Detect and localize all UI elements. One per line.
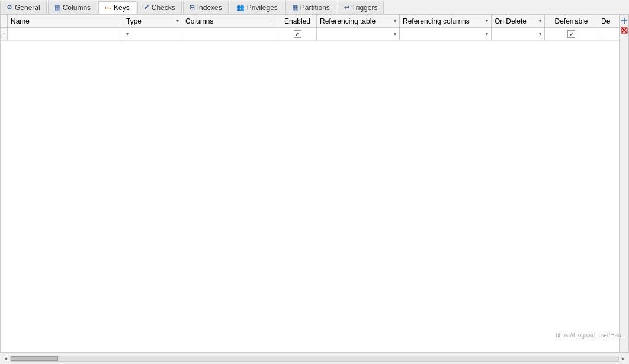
col-header-ref-table[interactable]: Referencing table ▾ xyxy=(317,15,400,27)
row-indicator-new: * xyxy=(1,28,8,40)
tab-partitions-label: Partitions xyxy=(300,4,330,12)
cell-ref-columns-new[interactable]: ▾ xyxy=(400,28,492,40)
col-columns-label: Columns xyxy=(185,17,213,25)
tab-triggers[interactable]: ↩ Triggers xyxy=(338,1,384,14)
columns-icon: ▦ xyxy=(54,4,60,11)
triggers-icon: ↩ xyxy=(344,4,349,11)
col-deferrable-label: Deferrable xyxy=(554,17,588,25)
cell-ref-table-new[interactable]: ▾ xyxy=(317,28,400,40)
scrollbar-thumb[interactable] xyxy=(11,356,58,361)
main-content: Name Type ▾ Columns ··· Enabled Referenc… xyxy=(0,14,629,352)
new-row-star: * xyxy=(2,31,5,38)
col-header-ref-columns[interactable]: Referencing columns ▾ xyxy=(400,15,492,27)
scrollbar-area: ◄ ► xyxy=(0,352,629,364)
on-delete-dropdown-arrow: ▾ xyxy=(539,18,541,24)
on-delete-cell-dropdown[interactable]: ▾ xyxy=(539,31,541,37)
checks-icon: ✔ xyxy=(144,4,149,11)
grid-header: Name Type ▾ Columns ··· Enabled Referenc… xyxy=(1,15,628,28)
tab-privileges-label: Privileges xyxy=(247,4,278,12)
row-indicator-header xyxy=(1,15,8,27)
cell-enabled-new[interactable]: ✔ xyxy=(278,28,317,40)
tab-checks[interactable]: ✔ Checks xyxy=(137,1,182,14)
tab-general[interactable]: ⚙ General xyxy=(0,1,47,14)
col-header-on-delete[interactable]: On Delete ▾ xyxy=(492,15,545,27)
watermark: https://blog.csdn.net/Han... xyxy=(556,332,626,339)
col-header-deferrable[interactable]: Deferrable xyxy=(545,15,598,27)
tab-columns-label: Columns xyxy=(63,4,91,12)
cell-type-new[interactable]: ▾ xyxy=(123,28,182,40)
new-row: * ▾ ✔ ▾ ▾ ▾ ✔ xyxy=(1,28,628,41)
indexes-icon: ⊞ xyxy=(190,4,195,11)
tab-indexes[interactable]: ⊞ Indexes xyxy=(183,1,229,14)
col-on-delete-label: On Delete xyxy=(495,17,527,25)
privileges-icon: 👥 xyxy=(236,4,245,11)
col-header-columns[interactable]: Columns ··· xyxy=(182,15,278,27)
tab-columns[interactable]: ▦ Columns xyxy=(48,1,97,14)
ref-table-dropdown-arrow: ▾ xyxy=(394,18,396,24)
col-name-label: Name xyxy=(11,17,30,25)
columns-dots[interactable]: ··· xyxy=(270,18,275,24)
cell-de-new[interactable] xyxy=(598,28,622,40)
tab-indexes-label: Indexes xyxy=(197,4,222,12)
scroll-left-arrow[interactable]: ◄ xyxy=(1,356,10,362)
col-ref-table-label: Referencing table xyxy=(320,17,376,25)
ref-columns-dropdown-arrow: ▾ xyxy=(486,18,488,24)
enabled-checkbox[interactable]: ✔ xyxy=(294,30,301,38)
col-type-label: Type xyxy=(126,17,142,25)
tab-privileges[interactable]: 👥 Privileges xyxy=(230,1,284,14)
cell-columns-new[interactable] xyxy=(182,28,278,40)
type-dropdown-arrow: ▾ xyxy=(176,18,179,24)
ref-table-cell-dropdown[interactable]: ▾ xyxy=(394,31,396,37)
tab-checks-label: Checks xyxy=(152,4,175,12)
keys-icon: 🗝 xyxy=(105,4,111,11)
col-header-type[interactable]: Type ▾ xyxy=(123,15,182,27)
tab-bar: ⚙ General ▦ Columns 🗝 Keys ✔ Checks ⊞ In… xyxy=(0,0,629,14)
scroll-right-arrow[interactable]: ► xyxy=(619,356,628,362)
grid-container: Name Type ▾ Columns ··· Enabled Referenc… xyxy=(1,15,628,352)
general-icon: ⚙ xyxy=(7,4,12,11)
col-header-enabled[interactable]: Enabled xyxy=(278,15,317,27)
cell-deferrable-new[interactable]: ✔ xyxy=(545,28,598,40)
add-row-button[interactable] xyxy=(620,17,628,25)
partitions-icon: ▦ xyxy=(292,4,298,11)
ref-columns-cell-dropdown[interactable]: ▾ xyxy=(486,31,488,37)
cell-name-new[interactable] xyxy=(8,28,123,40)
col-header-name[interactable]: Name xyxy=(8,15,123,27)
cell-on-delete-new[interactable]: ▾ xyxy=(492,28,545,40)
col-header-de[interactable]: De xyxy=(598,15,622,27)
scrollbar-track[interactable] xyxy=(10,356,619,362)
tab-general-label: General xyxy=(15,4,40,12)
tab-keys[interactable]: 🗝 Keys xyxy=(98,1,136,14)
col-de-label: De xyxy=(601,17,610,25)
deferrable-checkbox[interactable]: ✔ xyxy=(567,30,575,38)
tab-triggers-label: Triggers xyxy=(352,4,378,12)
tab-partitions[interactable]: ▦ Partitions xyxy=(285,1,336,14)
delete-row-button[interactable] xyxy=(620,26,628,34)
tab-keys-label: Keys xyxy=(114,4,130,12)
col-ref-columns-label: Referencing columns xyxy=(403,17,470,25)
type-cell-dropdown[interactable]: ▾ xyxy=(126,31,129,37)
col-enabled-label: Enabled xyxy=(284,17,310,25)
side-toolbar xyxy=(619,15,628,352)
